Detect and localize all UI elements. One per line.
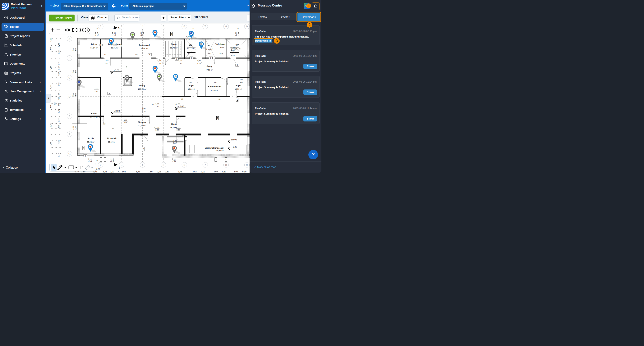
svg-text:1,50: 1,50	[114, 32, 116, 36]
svg-text:8: 8	[225, 163, 227, 166]
svg-text:B: B	[68, 56, 70, 60]
svg-text:3,46: 3,46	[178, 171, 182, 173]
svg-text:2,10: 2,10	[176, 129, 180, 131]
svg-text:1,50: 1,50	[90, 158, 92, 162]
svg-text:02: 02	[136, 54, 138, 56]
svg-text:7: 7	[185, 137, 187, 140]
svg-text:2,10: 2,10	[157, 62, 161, 64]
svg-text:2,02: 2,02	[192, 171, 196, 173]
svg-text:14: 14	[112, 127, 114, 129]
svg-text:Büros: Büros	[91, 43, 97, 45]
svg-text:23,10 m²: 23,10 m²	[108, 141, 116, 143]
svg-text:2,02: 2,02	[122, 171, 126, 173]
svg-text:C: C	[68, 76, 70, 79]
svg-text:Archiv: Archiv	[88, 137, 94, 139]
svg-text:01: 01	[96, 27, 98, 29]
svg-text:8: 8	[191, 57, 192, 59]
svg-text:31,24 m²: 31,24 m²	[90, 47, 98, 49]
svg-text:Eingang: Eingang	[138, 121, 146, 123]
svg-text:1,00: 1,00	[178, 60, 182, 62]
svg-text:2,10: 2,10	[142, 110, 146, 112]
svg-text:2,00: 2,00	[72, 69, 74, 73]
svg-text:G: G	[68, 152, 71, 155]
svg-text:1,00: 1,00	[157, 60, 161, 62]
svg-text:Technikraum: Technikraum	[216, 43, 226, 45]
svg-text:2,10: 2,10	[124, 122, 127, 124]
svg-text:4,00: 4,00	[234, 171, 238, 173]
svg-text:7: 7	[217, 117, 218, 120]
svg-text:1,01: 1,01	[103, 171, 107, 173]
svg-text:7,48 m²: 7,48 m²	[218, 46, 224, 48]
svg-text:Veranstaltungssaal: Veranstaltungssaal	[205, 147, 224, 149]
svg-text:16: 16	[96, 159, 98, 161]
svg-text:E: E	[68, 115, 70, 118]
svg-text:1,00: 1,00	[176, 103, 180, 105]
svg-text:1,00: 1,00	[176, 126, 180, 128]
svg-text:16,17 m²: 16,17 m²	[187, 47, 194, 49]
svg-text:2,10: 2,10	[94, 90, 98, 92]
svg-text:0,30: 0,30	[222, 171, 226, 173]
svg-text:1,00: 1,00	[197, 60, 200, 62]
svg-text:3,70: 3,70	[50, 123, 52, 127]
svg-text:10: 10	[181, 98, 184, 100]
svg-text:7: 7	[142, 148, 144, 150]
svg-text:1,50: 1,50	[238, 32, 240, 36]
svg-text:1,00: 1,00	[94, 87, 98, 89]
svg-text:2,00: 2,00	[88, 158, 90, 162]
svg-text:2,00: 2,00	[172, 158, 174, 162]
svg-text:15: 15	[152, 103, 154, 105]
svg-text:8: 8	[210, 57, 212, 59]
svg-text:WC: WC	[208, 44, 211, 47]
svg-text:1,50: 1,50	[174, 158, 176, 162]
svg-text:8: 8	[176, 58, 178, 60]
svg-text:1,00: 1,00	[105, 60, 108, 62]
svg-text:01: 01	[104, 54, 106, 56]
svg-text:1: 1	[236, 98, 238, 101]
svg-text:0,33: 0,33	[50, 38, 52, 41]
svg-text:2,10: 2,10	[178, 62, 182, 64]
svg-text:0,84: 0,84	[58, 92, 60, 95]
svg-text:±0,00: ±0,00	[231, 138, 237, 141]
svg-text:9: 9	[246, 25, 248, 28]
svg-text:4,00: 4,00	[214, 171, 218, 173]
svg-text:1,50: 1,50	[75, 92, 77, 96]
svg-text:2,00: 2,00	[94, 32, 96, 36]
svg-text:Stiege: Stiege	[170, 43, 177, 45]
svg-text:0,96: 0,96	[157, 171, 161, 173]
svg-text:2: 2	[215, 158, 216, 161]
svg-text:30,46 m²: 30,46 m²	[141, 47, 148, 50]
svg-text:1,32: 1,32	[58, 43, 60, 47]
svg-text:4,00: 4,00	[50, 66, 52, 70]
svg-text:3,70: 3,70	[58, 140, 60, 144]
svg-text:15,72 m²: 15,72 m²	[170, 47, 178, 49]
svg-text:8: 8	[237, 64, 238, 66]
svg-text:197,73 m²: 197,73 m²	[138, 88, 146, 90]
svg-text:1,00: 1,00	[142, 108, 146, 110]
svg-text:6: 6	[184, 25, 185, 28]
svg-text:16,50 m²: 16,50 m²	[211, 89, 218, 91]
svg-text:1: 1	[104, 158, 106, 161]
svg-text:1,00: 1,00	[240, 79, 243, 81]
svg-text:1: 1	[83, 147, 84, 149]
svg-text:0,68: 0,68	[58, 118, 60, 122]
svg-text:1,50: 1,50	[148, 171, 152, 173]
svg-text:2,10: 2,10	[156, 129, 159, 131]
svg-text:1,00: 1,00	[156, 126, 159, 128]
svg-text:2,10: 2,10	[105, 62, 108, 64]
svg-text:05B: 05B	[220, 53, 223, 55]
svg-text:32,35 m²: 32,35 m²	[90, 116, 98, 118]
svg-text:15,54 m²: 15,54 m²	[234, 48, 241, 50]
svg-text:0,30: 0,30	[96, 168, 100, 170]
svg-text:16,24 m²: 16,24 m²	[188, 88, 195, 90]
svg-text:11: 11	[218, 98, 220, 100]
svg-text:0,99: 0,99	[110, 171, 114, 173]
svg-text:1,00: 1,00	[124, 119, 127, 121]
svg-text:04: 04	[188, 53, 190, 55]
svg-text:8: 8	[121, 45, 122, 47]
svg-text:4,00: 4,00	[50, 105, 52, 108]
svg-text:0,68: 0,68	[58, 103, 60, 106]
svg-text:2,02: 2,02	[58, 50, 60, 54]
svg-text:7: 7	[204, 163, 206, 166]
svg-text:0,84: 0,84	[58, 72, 60, 76]
svg-text:6: 6	[184, 163, 185, 166]
